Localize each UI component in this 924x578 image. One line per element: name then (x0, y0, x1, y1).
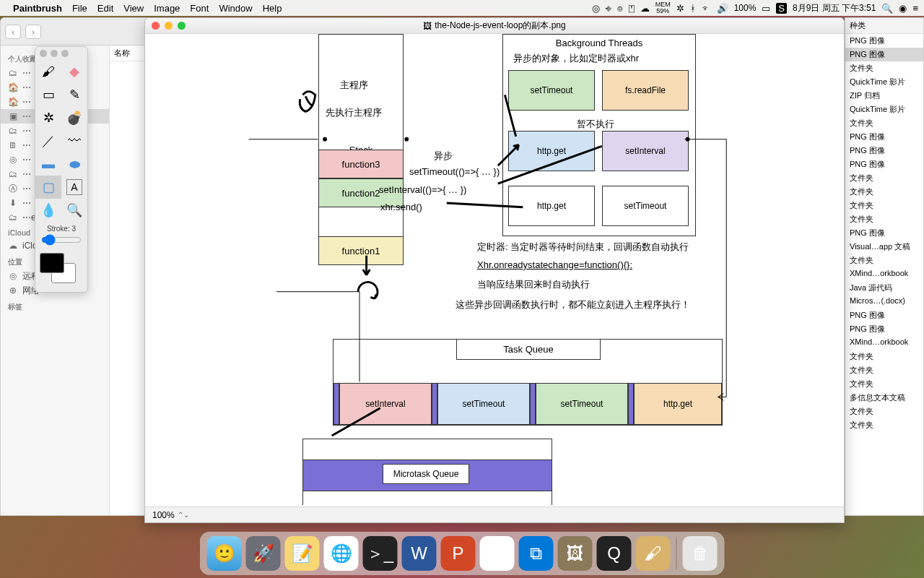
kind-cell[interactable]: 文件夹 (845, 185, 923, 199)
zoom-level[interactable]: 100% (152, 510, 175, 520)
column-header-kind[interactable]: 种类 (845, 18, 923, 34)
siri-icon[interactable]: ◉ (899, 3, 907, 14)
dock-finder[interactable]: 🙂 (207, 536, 242, 571)
minimize-button[interactable] (165, 22, 173, 30)
kind-cell[interactable]: PNG 图像 (845, 48, 923, 61)
dock-app[interactable]: ∞ (480, 536, 515, 571)
dock-word[interactable]: W (402, 536, 437, 571)
kind-cell[interactable]: XMind…orkbook (845, 267, 923, 281)
spotlight-icon[interactable]: 🔍 (881, 3, 893, 14)
input-source-icon[interactable]: S (776, 3, 787, 14)
roundrect-tool[interactable]: ▢ (35, 176, 61, 199)
back-button[interactable]: ‹ (5, 25, 21, 39)
menu-file[interactable]: File (72, 3, 87, 14)
eraser-tool[interactable]: ◆ (61, 60, 87, 83)
bluetooth-icon[interactable]: ᚼ (690, 3, 696, 14)
kind-cell[interactable]: PNG 图像 (845, 309, 923, 322)
kind-cell[interactable]: PNG 图像 (845, 226, 923, 240)
kind-cell[interactable]: PNG 图像 (845, 34, 923, 48)
fill-tool[interactable]: ✎ (61, 83, 87, 106)
tq-title: Task Queue (456, 340, 601, 360)
dock-powerpoint[interactable]: P (441, 536, 476, 571)
kind-cell[interactable]: 文件夹 (845, 377, 923, 391)
status-icon[interactable]: ☁ (640, 3, 650, 14)
kind-cell[interactable]: PNG 图像 (845, 130, 923, 144)
eyedropper-tool[interactable]: 💧 (35, 199, 61, 222)
brush-tool[interactable]: 🖌 (35, 60, 61, 83)
canvas[interactable]: Stack 主程序 先执行主程序 function3 function2 fun… (145, 34, 844, 505)
status-icon[interactable]: ✲ (676, 3, 684, 14)
kind-cell[interactable]: 文件夹 (845, 61, 923, 75)
kind-cell[interactable]: 文件夹 (845, 171, 923, 185)
dock-terminal[interactable]: ＞_ (363, 536, 398, 571)
battery-icon[interactable]: ▭ (762, 3, 770, 14)
kind-cell[interactable]: 文件夹 (845, 418, 923, 432)
paintbrush-tools-palette[interactable]: 🖌 ◆ ▭ ✎ ✲ 💣 ／ 〰 ▬ ⬬ ▢ A 💧 🔍 Stroke: 3 (35, 46, 88, 293)
zoom-button[interactable] (178, 22, 186, 30)
status-icon[interactable]: ◎ (592, 3, 600, 14)
stroke-slider[interactable] (41, 234, 82, 246)
zoom-icon[interactable] (61, 50, 69, 57)
doc-titlebar[interactable]: 🖼 the-Node-js-event-loop的副本.png (145, 18, 844, 34)
kind-cell[interactable]: 文件夹 (845, 212, 923, 226)
status-icon[interactable]: ⍞ (629, 3, 635, 14)
minimize-icon[interactable] (51, 50, 58, 57)
kind-cell[interactable]: 文件夹 (845, 350, 923, 363)
kind-cell[interactable]: 文件夹 (845, 363, 923, 377)
dock-trash[interactable]: 🗑 (683, 536, 718, 571)
clock[interactable]: 8月9日 周五 下午3:51 (793, 2, 876, 14)
spray-tool[interactable]: ✲ (35, 106, 61, 129)
dock-chrome[interactable]: 🌐 (324, 536, 359, 571)
mem-widget[interactable]: MEM59% (655, 1, 671, 14)
close-button[interactable] (152, 22, 160, 30)
line-tool[interactable]: ／ (35, 129, 61, 152)
curve-tool[interactable]: 〰 (61, 129, 87, 152)
menu-view[interactable]: View (123, 3, 144, 14)
zoom-tool[interactable]: 🔍 (61, 199, 87, 222)
rect-tool[interactable]: ▬ (35, 152, 61, 176)
dock-preview[interactable]: 🖼 (558, 536, 593, 571)
kind-cell[interactable]: Java 源代码 (845, 281, 923, 295)
status-icon[interactable]: ⎆ (606, 3, 611, 14)
foreground-color[interactable] (40, 253, 64, 273)
dock-launchpad[interactable]: 🚀 (246, 536, 281, 571)
palette-titlebar[interactable] (35, 47, 87, 60)
close-icon[interactable] (40, 50, 47, 57)
zoom-stepper-icon[interactable]: ⌃⌄ (178, 511, 189, 519)
ellipse-tool[interactable]: ⬬ (61, 152, 87, 176)
text-tool[interactable]: A (66, 179, 82, 195)
volume-icon[interactable]: 🔊 (717, 3, 728, 14)
menu-edit[interactable]: Edit (97, 3, 113, 14)
kind-cell[interactable]: PNG 图像 (845, 158, 923, 171)
dock-quicktime[interactable]: Q (597, 536, 632, 571)
battery-pct[interactable]: 100% (734, 3, 757, 13)
kind-cell[interactable]: 文件夹 (845, 405, 923, 418)
kind-cell[interactable]: PNG 图像 (845, 322, 923, 336)
kind-cell[interactable]: Micros…(.docx) (845, 295, 923, 309)
kind-cell[interactable]: PNG 图像 (845, 144, 923, 158)
kind-cell[interactable]: QuickTime 影片 (845, 103, 923, 116)
menu-font[interactable]: Font (190, 3, 209, 14)
wifi-icon[interactable]: ᯤ (702, 3, 711, 14)
dock-vscode[interactable]: ⧉ (519, 536, 554, 571)
kind-cell[interactable]: 多信息文本文稿 (845, 391, 923, 405)
status-icon[interactable]: ⌾ (617, 3, 623, 14)
menu-help[interactable]: Help (263, 3, 282, 14)
notification-center-icon[interactable]: ≡ (912, 3, 918, 14)
kind-cell[interactable]: 文件夹 (845, 116, 923, 130)
marquee-tool[interactable]: ▭ (35, 83, 61, 106)
forward-button[interactable]: › (25, 25, 41, 39)
dock-notes[interactable]: 📝 (285, 536, 320, 571)
kind-cell[interactable]: XMind…orkbook (845, 336, 923, 350)
kind-cell[interactable]: QuickTime 影片 (845, 75, 923, 89)
kind-cell[interactable]: 文件夹 (845, 199, 923, 212)
menu-window[interactable]: Window (219, 3, 252, 14)
label: 异步的对象，比如定时器或xhr (513, 52, 639, 65)
kind-cell[interactable]: Visual…app 文稿 (845, 240, 923, 254)
kind-cell[interactable]: ZIP 归档 (845, 89, 923, 103)
bomb-tool[interactable]: 💣 (61, 106, 87, 129)
kind-cell[interactable]: 文件夹 (845, 254, 923, 267)
dock-paintbrush[interactable]: 🖌 (636, 536, 671, 571)
menu-image[interactable]: Image (154, 3, 180, 14)
app-name[interactable]: Paintbrush (13, 3, 62, 14)
